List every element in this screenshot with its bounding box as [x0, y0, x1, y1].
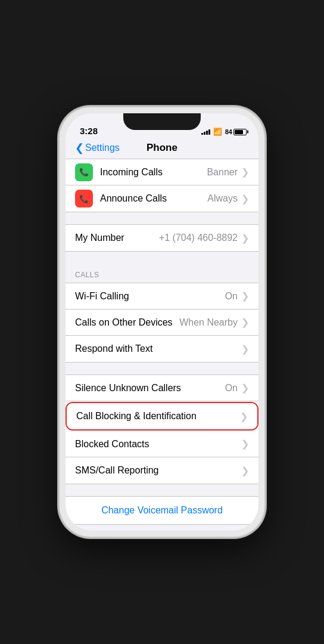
navigation-bar: ❮ Settings Phone — [66, 140, 258, 159]
announce-calls-label: Announce Calls — [100, 193, 207, 204]
phone-device: 3:28 📶 84 ❮ S — [60, 107, 264, 537]
silence-unknown-callers-label: Silence Unknown Callers — [75, 383, 225, 394]
battery-indicator: 84 — [225, 128, 247, 135]
status-time: 3:28 — [80, 126, 98, 136]
blocked-contacts-row[interactable]: Blocked Contacts ❯ — [66, 431, 258, 457]
silence-unknown-callers-chevron-icon: ❯ — [241, 382, 249, 394]
calls-other-devices-chevron-icon: ❯ — [241, 317, 249, 328]
announce-calls-value: Always — [207, 193, 238, 204]
announce-calls-icon: 📞 — [75, 190, 93, 208]
settings-content: 📞 Incoming Calls Banner ❯ 📞 Announce Cal… — [66, 159, 258, 531]
call-blocking-row[interactable]: Call Blocking & Identification ❯ — [67, 403, 257, 429]
battery-percent: 84 — [225, 128, 232, 135]
silence-blocking-group: Silence Unknown Callers On ❯ Call Blocki… — [66, 374, 258, 484]
status-icons: 📶 84 — [201, 128, 247, 136]
wifi-calling-label: Wi-Fi Calling — [75, 291, 225, 302]
sms-call-reporting-row[interactable]: SMS/Call Reporting ❯ — [66, 457, 258, 484]
announce-calls-row[interactable]: 📞 Announce Calls Always ❯ — [66, 185, 258, 212]
calls-section-header: CALLS — [66, 264, 258, 283]
respond-with-text-label: Respond with Text — [75, 343, 241, 354]
call-blocking-highlight: Call Blocking & Identification ❯ — [66, 402, 258, 431]
announce-calls-chevron-icon: ❯ — [241, 193, 249, 205]
wifi-icon: 📶 — [213, 128, 222, 136]
my-number-label: My Number — [75, 233, 159, 243]
call-blocking-label: Call Blocking & Identification — [76, 411, 240, 422]
my-number-chevron-icon: ❯ — [241, 233, 249, 244]
my-number-group: My Number +1 (704) 460-8892 ❯ — [66, 224, 258, 252]
voicemail-group: Change Voicemail Password — [66, 496, 258, 525]
respond-with-text-row[interactable]: Respond with Text ❯ — [66, 336, 258, 362]
wifi-calling-row[interactable]: Wi-Fi Calling On ❯ — [66, 283, 258, 309]
incoming-calls-chevron-icon: ❯ — [241, 166, 249, 178]
top-settings-group: 📞 Incoming Calls Banner ❯ 📞 Announce Cal… — [66, 159, 258, 212]
incoming-calls-value: Banner — [207, 167, 238, 178]
respond-with-text-chevron-icon: ❯ — [241, 343, 249, 355]
back-label: Settings — [85, 143, 120, 153]
change-voicemail-password-label: Change Voicemail Password — [101, 505, 223, 516]
calls-settings-group: Wi-Fi Calling On ❯ Calls on Other Device… — [66, 283, 258, 363]
my-number-value: +1 (704) 460-8892 — [159, 233, 238, 243]
silence-unknown-callers-row[interactable]: Silence Unknown Callers On ❯ — [66, 375, 258, 401]
phone-screen: 3:28 📶 84 ❮ S — [66, 113, 258, 531]
calls-section: CALLS Wi-Fi Calling On ❯ Calls on Other … — [66, 264, 258, 363]
page-title: Phone — [147, 142, 177, 154]
incoming-calls-row[interactable]: 📞 Incoming Calls Banner ❯ — [66, 159, 258, 185]
wifi-calling-chevron-icon: ❯ — [241, 290, 249, 302]
incoming-calls-label: Incoming Calls — [100, 167, 207, 178]
calls-other-devices-row[interactable]: Calls on Other Devices When Nearby ❯ — [66, 309, 258, 336]
sms-call-reporting-label: SMS/Call Reporting — [75, 465, 241, 476]
battery-icon — [233, 129, 247, 135]
signal-icon — [201, 129, 210, 135]
silence-unknown-callers-value: On — [225, 383, 238, 394]
back-button[interactable]: ❮ Settings — [75, 142, 120, 154]
back-chevron-icon: ❮ — [75, 141, 84, 154]
change-voicemail-password-row[interactable]: Change Voicemail Password — [66, 497, 258, 524]
my-number-row[interactable]: My Number +1 (704) 460-8892 ❯ — [66, 225, 258, 251]
calls-other-devices-value: When Nearby — [179, 317, 238, 328]
blocked-contacts-label: Blocked Contacts — [75, 439, 241, 450]
blocked-contacts-chevron-icon: ❯ — [241, 438, 249, 450]
notch — [123, 113, 201, 130]
sms-call-reporting-chevron-icon: ❯ — [241, 465, 249, 476]
incoming-calls-icon: 📞 — [75, 163, 93, 181]
call-blocking-chevron-icon: ❯ — [240, 411, 248, 422]
calls-other-devices-label: Calls on Other Devices — [75, 317, 179, 328]
wifi-calling-value: On — [225, 291, 238, 302]
